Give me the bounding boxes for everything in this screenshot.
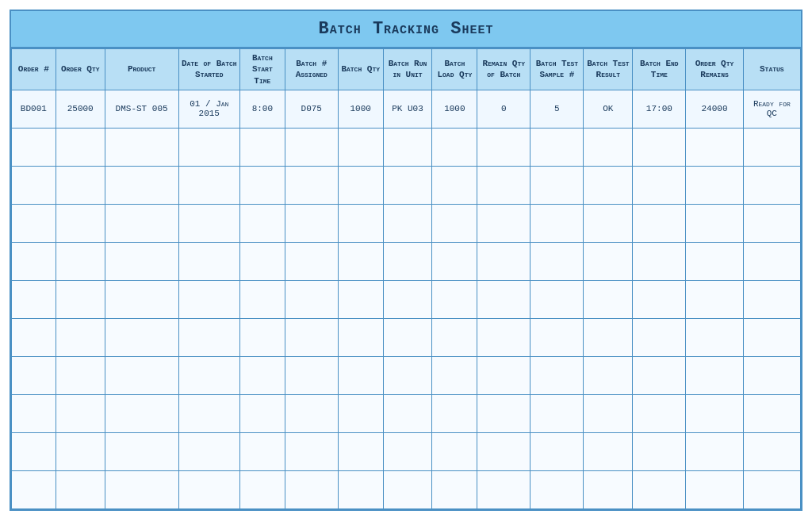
cell-load-qty <box>432 242 477 280</box>
cell-batch-start <box>239 318 285 356</box>
cell-remain-qty <box>477 280 530 318</box>
cell-date-batch <box>178 356 239 394</box>
cell-order-qty <box>56 356 105 394</box>
cell-run-unit <box>383 128 432 166</box>
cell-order-qty <box>56 432 105 470</box>
cell-load-qty: 1000 <box>432 90 477 128</box>
cell-batch-assigned <box>285 204 338 242</box>
cell-batch-assigned <box>285 394 338 432</box>
cell-test-result <box>584 242 633 280</box>
cell-status <box>743 470 800 508</box>
cell-test-sample: 5 <box>530 90 584 128</box>
cell-order-qty: 25000 <box>56 90 105 128</box>
table-row <box>12 166 801 204</box>
table-row <box>12 394 801 432</box>
cell-batch-assigned <box>285 242 338 280</box>
cell-order-remains <box>686 470 743 508</box>
col-header-load-qty: Batch Load Qty <box>432 49 477 90</box>
cell-product <box>105 470 178 508</box>
cell-batch-start <box>239 470 285 508</box>
col-header-remain-qty: Remain Qty of Batch <box>477 49 530 90</box>
cell-test-sample <box>530 356 584 394</box>
cell-status <box>743 204 800 242</box>
cell-date-batch <box>178 204 239 242</box>
cell-batch-start <box>239 166 285 204</box>
cell-test-sample <box>530 128 584 166</box>
cell-order-remains <box>686 204 743 242</box>
table-row <box>12 242 801 280</box>
cell-end-time <box>633 432 686 470</box>
cell-end-time <box>633 318 686 356</box>
cell-date-batch <box>178 470 239 508</box>
cell-batch-start <box>239 128 285 166</box>
cell-end-time: 17:00 <box>633 90 686 128</box>
cell-remain-qty <box>477 242 530 280</box>
cell-test-result <box>584 128 633 166</box>
cell-remain-qty <box>477 166 530 204</box>
cell-batch-qty <box>338 204 383 242</box>
cell-load-qty <box>432 128 477 166</box>
cell-order-qty <box>56 128 105 166</box>
table-row <box>12 318 801 356</box>
cell-run-unit <box>383 166 432 204</box>
cell-product <box>105 204 178 242</box>
cell-test-result <box>584 318 633 356</box>
cell-remain-qty <box>477 318 530 356</box>
cell-test-sample <box>530 470 584 508</box>
sheet-title: Batch Tracking Sheet <box>11 11 801 48</box>
cell-batch-start <box>239 280 285 318</box>
cell-test-result <box>584 204 633 242</box>
cell-end-time <box>633 394 686 432</box>
cell-batch-assigned <box>285 128 338 166</box>
col-header-end-time: Batch End Time <box>633 49 686 90</box>
cell-order-num <box>12 470 56 508</box>
col-header-batch-qty: Batch Qty <box>338 49 383 90</box>
cell-product <box>105 280 178 318</box>
cell-batch-assigned <box>285 280 338 318</box>
cell-order-remains <box>686 394 743 432</box>
cell-order-num <box>12 394 56 432</box>
cell-batch-qty <box>338 166 383 204</box>
col-header-status: Status <box>743 49 800 90</box>
cell-date-batch: 01 / Jan 2015 <box>178 90 239 128</box>
cell-batch-qty <box>338 318 383 356</box>
cell-batch-start: 8:00 <box>239 90 285 128</box>
cell-order-num <box>12 280 56 318</box>
cell-order-num <box>12 432 56 470</box>
cell-order-remains <box>686 318 743 356</box>
cell-status <box>743 280 800 318</box>
cell-test-sample <box>530 166 584 204</box>
cell-product <box>105 394 178 432</box>
cell-product <box>105 242 178 280</box>
cell-order-num <box>12 318 56 356</box>
cell-product <box>105 166 178 204</box>
cell-load-qty <box>432 318 477 356</box>
cell-remain-qty <box>477 128 530 166</box>
cell-date-batch <box>178 242 239 280</box>
col-header-run-unit: Batch Run in Unit <box>383 49 432 90</box>
cell-remain-qty <box>477 394 530 432</box>
cell-test-result <box>584 432 633 470</box>
cell-test-result <box>584 470 633 508</box>
cell-run-unit <box>383 394 432 432</box>
cell-test-sample <box>530 280 584 318</box>
cell-order-num <box>12 356 56 394</box>
cell-date-batch <box>178 394 239 432</box>
cell-run-unit <box>383 242 432 280</box>
cell-status <box>743 242 800 280</box>
cell-run-unit <box>383 318 432 356</box>
cell-test-sample <box>530 242 584 280</box>
col-header-product: Product <box>105 49 178 90</box>
cell-run-unit <box>383 280 432 318</box>
cell-batch-assigned <box>285 470 338 508</box>
cell-batch-assigned: D075 <box>285 90 338 128</box>
table-row <box>12 280 801 318</box>
cell-status <box>743 432 800 470</box>
cell-test-result <box>584 394 633 432</box>
cell-date-batch <box>178 280 239 318</box>
col-header-order-remains: Order Qty Remains <box>686 49 743 90</box>
cell-order-qty <box>56 318 105 356</box>
cell-remain-qty: 0 <box>477 90 530 128</box>
table-row <box>12 128 801 166</box>
cell-order-qty <box>56 242 105 280</box>
